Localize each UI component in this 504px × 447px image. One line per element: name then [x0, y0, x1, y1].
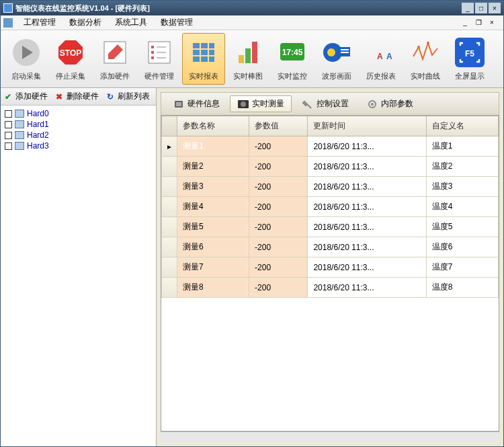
data-grid[interactable]: 参数名称参数值更新时间自定义名▸ 测量1 -200 2018/6/20 11:3…: [161, 115, 499, 432]
cell-time[interactable]: 2018/6/20 11:3...: [308, 217, 426, 237]
tab-3[interactable]: 内部参数: [359, 95, 421, 112]
col-header-2[interactable]: 更新时间: [308, 116, 426, 136]
cell-value[interactable]: -200: [249, 157, 308, 177]
svg-point-31: [327, 48, 335, 56]
horizontal-scrollbar[interactable]: [161, 432, 499, 442]
cell-value[interactable]: -200: [249, 177, 308, 197]
menu-item-2[interactable]: 系统工具: [108, 15, 154, 30]
tree-action-1[interactable]: ✖删除硬件: [54, 89, 100, 104]
table-row[interactable]: 测量3 -200 2018/6/20 11:3... 温度3: [162, 177, 499, 197]
tree-action-2[interactable]: ↻刷新列表: [106, 89, 151, 104]
mdi-minimize-button[interactable]: _: [460, 18, 470, 28]
svg-rect-14: [201, 43, 208, 48]
cell-name[interactable]: 测量2: [177, 157, 249, 177]
cell-name[interactable]: 测量5: [177, 217, 249, 237]
table-row[interactable]: ▸ 测量1 -200 2018/6/20 11:3... 温度1: [162, 136, 499, 157]
cell-time[interactable]: 2018/6/20 11:3...: [308, 197, 426, 217]
cell-value[interactable]: -200: [249, 278, 308, 298]
cell-name[interactable]: 测量1: [177, 136, 249, 157]
col-header-1[interactable]: 参数值: [249, 116, 308, 136]
toolbar-font-button[interactable]: AA历史报表: [360, 33, 403, 85]
toolbar-label: 实时曲线: [411, 71, 440, 81]
checkbox[interactable]: [5, 132, 12, 139]
minimize-button[interactable]: _: [462, 3, 474, 13]
svg-rect-18: [209, 50, 214, 55]
checkbox[interactable]: [5, 121, 12, 128]
check-icon: ✔: [5, 92, 14, 101]
table-row[interactable]: 测量7 -200 2018/6/20 11:3... 温度7: [162, 257, 499, 278]
tab-1[interactable]: 实时测量: [230, 95, 292, 112]
cell-custom[interactable]: 温度1: [426, 136, 498, 157]
cell-time[interactable]: 2018/6/20 11:3...: [308, 136, 426, 157]
cell-value[interactable]: -200: [249, 136, 308, 157]
hardware-tree[interactable]: Hard0Hard1Hard2Hard3: [1, 106, 156, 446]
table-row[interactable]: 测量4 -200 2018/6/20 11:3... 温度4: [162, 197, 499, 217]
table-row[interactable]: 测量5 -200 2018/6/20 11:3... 温度5: [162, 217, 499, 237]
cell-custom[interactable]: 温度6: [426, 237, 498, 257]
cell-time[interactable]: 2018/6/20 11:3...: [308, 237, 426, 257]
cell-custom[interactable]: 温度7: [426, 257, 498, 278]
cell-name[interactable]: 测量7: [177, 257, 249, 278]
cell-name[interactable]: 测量8: [177, 278, 249, 298]
maximize-button[interactable]: □: [475, 3, 487, 13]
tree-item[interactable]: Hard3: [3, 140, 153, 151]
cell-value[interactable]: -200: [249, 257, 308, 278]
grid-icon: [187, 36, 220, 69]
toolbar-list-button[interactable]: 硬件管理: [138, 33, 181, 85]
refresh-icon: ↻: [107, 92, 116, 101]
main-toolbar: 启动采集STOP停止采集添加硬件硬件管理实时报表实时棒图17:45实时监控波形画…: [1, 30, 503, 88]
checkbox[interactable]: [5, 143, 12, 150]
tree-action-label: 添加硬件: [15, 91, 48, 102]
table-row[interactable]: 测量6 -200 2018/6/20 11:3... 温度6: [162, 237, 499, 257]
checkbox[interactable]: [5, 110, 12, 118]
toolbar-grid-button[interactable]: 实时报表: [182, 33, 225, 85]
app-icon: [3, 3, 13, 13]
table-row[interactable]: 测量2 -200 2018/6/20 11:3... 温度2: [162, 157, 499, 177]
cell-time[interactable]: 2018/6/20 11:3...: [308, 278, 426, 298]
cell-custom[interactable]: 温度4: [426, 197, 498, 217]
cell-value[interactable]: -200: [249, 237, 308, 257]
cell-custom[interactable]: 温度5: [426, 217, 498, 237]
cell-value[interactable]: -200: [249, 217, 308, 237]
cell-time[interactable]: 2018/6/20 11:3...: [308, 257, 426, 278]
toolbar-edit-button[interactable]: 添加硬件: [93, 33, 136, 85]
svg-rect-7: [151, 46, 154, 48]
toolbar-curve-button[interactable]: 实时曲线: [404, 33, 447, 85]
cell-custom[interactable]: 温度3: [426, 177, 498, 197]
cell-time[interactable]: 2018/6/20 11:3...: [308, 157, 426, 177]
tab-0[interactable]: 硬件信息: [165, 95, 227, 112]
toolbar-fullscreen-button[interactable]: F5全屏显示: [448, 33, 491, 85]
menu-item-1[interactable]: 数据分析: [62, 15, 108, 30]
mdi-close-button[interactable]: ×: [487, 18, 497, 28]
toolbar-label: 实时报表: [189, 71, 218, 81]
menu-item-0[interactable]: 工程管理: [17, 15, 62, 30]
tree-item[interactable]: Hard0: [3, 108, 153, 119]
menu-item-3[interactable]: 数据管理: [154, 15, 200, 30]
toolbar-play-button[interactable]: 启动采集: [5, 33, 48, 85]
toolbar-bar-button[interactable]: 实时棒图: [226, 33, 269, 85]
mdi-restore-button[interactable]: ❐: [474, 18, 483, 28]
cell-name[interactable]: 测量6: [177, 237, 249, 257]
tree-action-0[interactable]: ✔添加硬件: [3, 89, 49, 104]
close-button[interactable]: ×: [489, 3, 501, 13]
tree-action-label: 刷新列表: [118, 91, 150, 102]
cell-custom[interactable]: 温度2: [426, 157, 498, 177]
col-header-3[interactable]: 自定义名: [426, 116, 498, 136]
toolbar-wave-button[interactable]: 波形画面: [315, 33, 358, 85]
table-row[interactable]: 测量8 -200 2018/6/20 11:3... 温度8: [162, 278, 499, 298]
tree-item-label: Hard1: [27, 120, 49, 129]
tree-item[interactable]: Hard2: [3, 130, 153, 140]
cell-value[interactable]: -200: [249, 197, 308, 217]
cell-name[interactable]: 测量3: [177, 177, 249, 197]
toolbar-monitor-button[interactable]: 17:45实时监控: [271, 33, 314, 85]
col-header-0[interactable]: 参数名称: [177, 116, 249, 136]
tab-2[interactable]: 控制设置: [294, 95, 356, 112]
fullscreen-icon: F5: [454, 36, 486, 69]
cell-name[interactable]: 测量4: [177, 197, 249, 217]
tree-item[interactable]: Hard1: [3, 119, 153, 130]
toolbar-stop-button[interactable]: STOP停止采集: [49, 33, 92, 85]
tree-item-label: Hard2: [27, 130, 49, 140]
stop-icon: STOP: [54, 36, 87, 69]
cell-time[interactable]: 2018/6/20 11:3...: [308, 177, 426, 197]
cell-custom[interactable]: 温度8: [426, 278, 498, 298]
